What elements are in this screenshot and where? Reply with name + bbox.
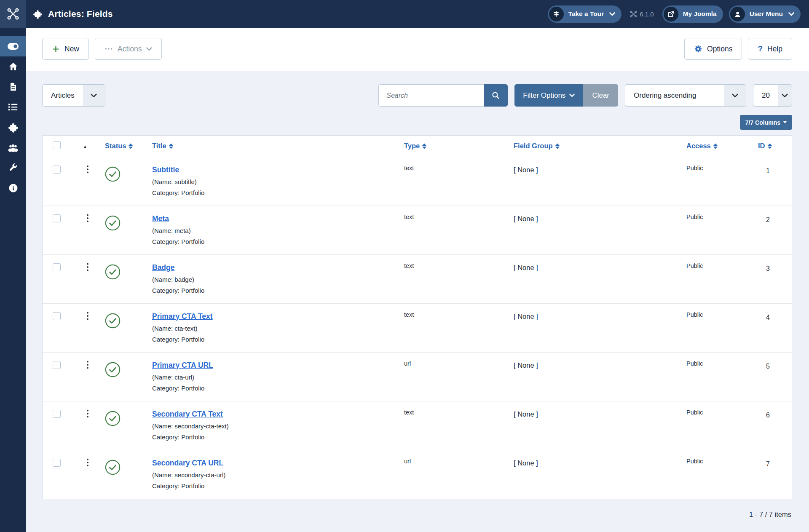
new-button[interactable]: New bbox=[42, 38, 89, 60]
row-checkbox[interactable] bbox=[53, 263, 61, 271]
row-checkbox[interactable] bbox=[53, 166, 61, 174]
take-a-tour-label: Take a Tour bbox=[568, 10, 604, 18]
row-type-cell: text bbox=[399, 206, 509, 254]
row-type-cell: text bbox=[399, 303, 509, 352]
access-header-label: Access bbox=[686, 142, 711, 150]
field-category-label: Category: Portfolio bbox=[152, 482, 399, 489]
field-name-label: (Name: cta-url) bbox=[152, 374, 399, 381]
signpost-icon bbox=[549, 7, 564, 21]
row-checkbox-cell bbox=[43, 450, 70, 499]
sort-header-type[interactable]: Type bbox=[399, 136, 509, 157]
field-title-link[interactable]: Badge bbox=[152, 263, 174, 272]
row-title-cell: Secondary CTA Text (Name: secondary-cta-… bbox=[147, 401, 399, 450]
field-title-link[interactable]: Meta bbox=[152, 214, 169, 223]
row-drag-cell bbox=[70, 401, 100, 450]
status-published-button[interactable] bbox=[105, 166, 121, 182]
sidebar-item-components[interactable] bbox=[0, 117, 26, 137]
sidebar-item-articles[interactable] bbox=[0, 77, 26, 97]
table-body: Subtitle (Name: subtitle) Category: Port… bbox=[43, 157, 792, 499]
row-status-cell bbox=[100, 206, 147, 254]
row-title-cell: Meta (Name: meta) Category: Portfolio bbox=[147, 206, 399, 254]
ordering-select[interactable]: Ordering ascending bbox=[625, 84, 746, 107]
sort-header-access[interactable]: Access bbox=[681, 136, 753, 157]
row-actions-dots-button[interactable] bbox=[83, 359, 92, 370]
field-title-link[interactable]: Primary CTA URL bbox=[152, 361, 213, 369]
field-title-link[interactable]: Primary CTA Text bbox=[152, 312, 213, 321]
sidebar-item-menu-toggle[interactable] bbox=[0, 36, 26, 56]
table-row: Subtitle (Name: subtitle) Category: Port… bbox=[43, 157, 792, 206]
status-published-button[interactable] bbox=[105, 264, 121, 280]
row-checkbox[interactable] bbox=[53, 312, 61, 320]
clear-button-label: Clear bbox=[592, 91, 609, 99]
sort-header-field-group[interactable]: Field Group bbox=[509, 136, 681, 157]
help-button[interactable]: ? Help bbox=[748, 38, 792, 60]
list-limit-select[interactable]: 20 bbox=[753, 84, 792, 107]
clear-button[interactable]: Clear bbox=[583, 84, 618, 107]
gear-icon bbox=[694, 45, 702, 53]
filter-options-group: Filter Options Clear bbox=[514, 84, 618, 107]
my-joomla-button[interactable]: My Joomla bbox=[662, 5, 723, 23]
row-status-cell bbox=[100, 303, 147, 352]
sort-header-status[interactable]: Status bbox=[100, 136, 147, 157]
row-checkbox-cell bbox=[43, 206, 70, 254]
search-input[interactable] bbox=[378, 84, 484, 107]
sidebar-item-help[interactable] bbox=[0, 178, 26, 198]
plus-icon bbox=[52, 45, 60, 53]
sidebar-item-home[interactable] bbox=[0, 56, 26, 77]
status-published-button[interactable] bbox=[105, 460, 121, 475]
sidebar-item-system[interactable] bbox=[0, 158, 26, 178]
status-published-button[interactable] bbox=[105, 362, 121, 377]
take-a-tour-button[interactable]: Take a Tour bbox=[548, 5, 622, 23]
status-published-button[interactable] bbox=[105, 411, 121, 426]
row-checkbox[interactable] bbox=[53, 361, 61, 369]
field-group-header-label: Field Group bbox=[514, 142, 553, 150]
row-checkbox[interactable] bbox=[53, 410, 61, 418]
field-title-link[interactable]: Secondary CTA URL bbox=[152, 459, 223, 467]
row-checkbox[interactable] bbox=[53, 459, 61, 467]
user-menu-button[interactable]: User Menu bbox=[729, 5, 801, 23]
row-actions-dots-button[interactable] bbox=[83, 262, 92, 273]
row-actions-dots-button[interactable] bbox=[83, 310, 92, 321]
row-checkbox[interactable] bbox=[53, 214, 61, 222]
row-access-cell: Public bbox=[681, 401, 753, 450]
table-row: Meta (Name: meta) Category: Portfolio te… bbox=[43, 206, 792, 254]
row-type-cell: text bbox=[399, 254, 509, 303]
status-published-button[interactable] bbox=[105, 215, 121, 231]
field-title-link[interactable]: Subtitle bbox=[152, 166, 179, 174]
row-type-cell: url bbox=[399, 450, 509, 499]
status-published-button[interactable] bbox=[105, 313, 121, 329]
search-icon bbox=[491, 91, 500, 100]
select-all-checkbox[interactable] bbox=[53, 141, 61, 149]
row-drag-cell bbox=[70, 450, 100, 499]
options-button[interactable]: Options bbox=[684, 38, 742, 60]
content-area: Articles bbox=[26, 71, 809, 532]
context-select[interactable]: Articles bbox=[42, 84, 105, 107]
joomla-logo[interactable] bbox=[0, 0, 26, 28]
field-name-label: (Name: subtitle) bbox=[152, 178, 399, 185]
columns-toggle-button[interactable]: 7/7 Columns bbox=[740, 115, 792, 130]
row-type-cell: url bbox=[399, 352, 509, 401]
sidebar-item-menus[interactable] bbox=[0, 97, 26, 117]
sort-header-ordering[interactable]: ▲ bbox=[70, 136, 100, 157]
row-status-cell bbox=[100, 157, 147, 206]
sort-header-id[interactable]: ID bbox=[753, 136, 792, 157]
sort-header-title[interactable]: Title bbox=[147, 136, 399, 157]
actions-button[interactable]: Actions bbox=[95, 38, 162, 60]
sidebar-item-users[interactable] bbox=[0, 137, 26, 158]
row-checkbox-cell bbox=[43, 254, 70, 303]
row-checkbox-cell bbox=[43, 401, 70, 450]
search-button[interactable] bbox=[484, 84, 508, 107]
row-actions-dots-button[interactable] bbox=[83, 164, 92, 175]
row-actions-dots-button[interactable] bbox=[83, 457, 92, 468]
chevron-down-icon bbox=[788, 12, 794, 16]
row-actions-dots-button[interactable] bbox=[83, 213, 92, 224]
columns-toggle-label: 7/7 Columns bbox=[745, 119, 780, 126]
table-row: Badge (Name: badge) Category: Portfolio … bbox=[43, 254, 792, 303]
row-status-cell bbox=[100, 450, 147, 499]
row-actions-dots-button[interactable] bbox=[83, 408, 92, 419]
row-type-cell: text bbox=[399, 157, 509, 206]
field-title-link[interactable]: Secondary CTA Text bbox=[152, 410, 223, 418]
row-drag-cell bbox=[70, 206, 100, 254]
filter-options-button[interactable]: Filter Options bbox=[514, 84, 583, 107]
list-limit-value: 20 bbox=[753, 85, 778, 106]
